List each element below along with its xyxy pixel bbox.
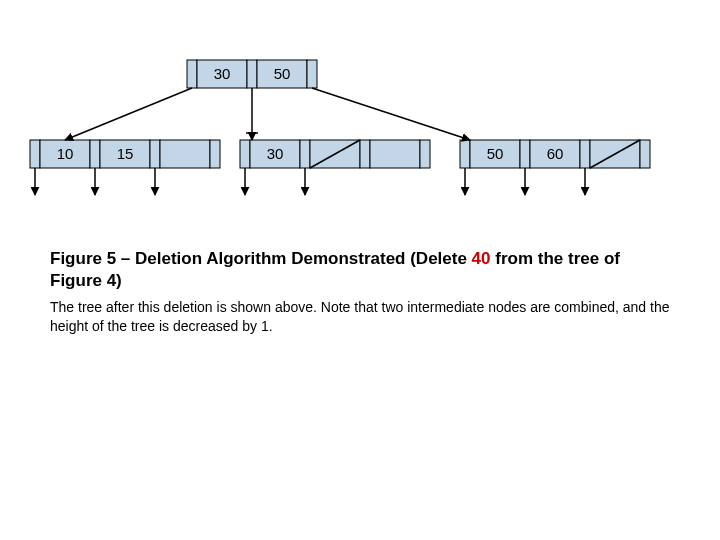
svg-rect-22	[520, 140, 530, 168]
svg-rect-11	[210, 140, 220, 168]
svg-rect-24	[580, 140, 590, 168]
leaf0-key-0: 10	[57, 145, 74, 162]
svg-rect-5	[30, 140, 40, 168]
root-key-1: 50	[274, 65, 291, 82]
leaf0-key-1: 15	[117, 145, 134, 162]
leaf2-key-1: 60	[547, 145, 564, 162]
root-node: 30 50	[187, 60, 317, 88]
edge-root-leaf2	[312, 88, 470, 140]
svg-rect-9	[150, 140, 160, 168]
leaf-node-0: 10 15	[30, 140, 220, 168]
figure-caption: Figure 5 – Deletion Algorithm Demonstrat…	[50, 248, 670, 292]
leaf-node-1: 30	[240, 140, 430, 168]
svg-rect-0	[187, 60, 197, 88]
leaf2-key-0: 50	[487, 145, 504, 162]
svg-rect-12	[240, 140, 250, 168]
btree-diagram: 30 50 10 15 30	[0, 0, 720, 230]
svg-rect-19	[420, 140, 430, 168]
edge-root-leaf0	[65, 88, 192, 140]
svg-rect-4	[307, 60, 317, 88]
root-key-0: 30	[214, 65, 231, 82]
svg-rect-7	[90, 140, 100, 168]
figure-body-text: The tree after this deletion is shown ab…	[50, 298, 670, 336]
svg-rect-27	[640, 140, 650, 168]
svg-rect-10	[160, 140, 210, 168]
svg-rect-17	[360, 140, 370, 168]
svg-rect-20	[460, 140, 470, 168]
leaf1-key-0: 30	[267, 145, 284, 162]
deleted-value: 40	[472, 249, 491, 268]
caption-prefix: Figure 5 – Deletion Algorithm Demonstrat…	[50, 249, 472, 268]
svg-rect-14	[300, 140, 310, 168]
svg-rect-18	[370, 140, 420, 168]
figure-container: 30 50 10 15 30	[0, 0, 720, 540]
leaf-node-2: 50 60	[460, 140, 650, 168]
svg-rect-2	[247, 60, 257, 88]
